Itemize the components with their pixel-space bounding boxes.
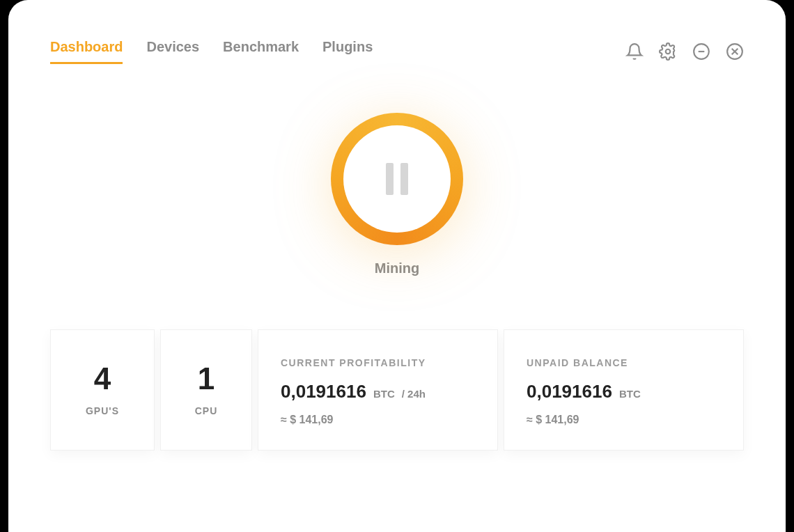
app-window: Dashboard Devices Benchmark Plugins [8, 0, 786, 532]
card-profitability: CURRENT PROFITABILITY 0,0191616 BTC / 24… [258, 329, 498, 451]
profitability-title: CURRENT PROFITABILITY [281, 357, 475, 368]
gear-icon[interactable] [659, 42, 677, 61]
stats-row: 4 GPU'S 1 CPU CURRENT PROFITABILITY 0,01… [50, 329, 744, 451]
cpu-value: 1 [198, 363, 215, 394]
bell-icon[interactable] [625, 42, 644, 61]
tab-benchmark[interactable]: Benchmark [223, 39, 299, 64]
mining-toggle[interactable] [331, 113, 463, 245]
balance-approx: ≈ $ 141,69 [527, 414, 721, 426]
tab-devices[interactable]: Devices [146, 39, 199, 64]
gpus-label: GPU'S [86, 405, 119, 416]
profitability-approx: ≈ $ 141,69 [281, 414, 475, 426]
profitability-per: / 24h [402, 388, 426, 400]
card-gpus: 4 GPU'S [50, 329, 155, 451]
mining-status-label: Mining [375, 260, 419, 276]
profitability-value: 0,0191616 [281, 381, 366, 402]
tab-plugins[interactable]: Plugins [322, 39, 373, 64]
card-balance: UNPAID BALANCE 0,0191616 BTC ≈ $ 141,69 [504, 329, 744, 451]
cpu-label: CPU [195, 405, 218, 416]
tab-dashboard[interactable]: Dashboard [50, 39, 123, 64]
close-icon[interactable] [726, 42, 744, 61]
balance-value: 0,0191616 [527, 381, 612, 402]
mining-area: Mining [50, 113, 744, 276]
card-cpu: 1 CPU [160, 329, 252, 451]
topbar-icons [625, 42, 744, 61]
topbar: Dashboard Devices Benchmark Plugins [50, 39, 744, 64]
pause-icon [386, 163, 408, 195]
nav-tabs: Dashboard Devices Benchmark Plugins [50, 39, 373, 64]
balance-unit: BTC [619, 388, 641, 400]
svg-point-0 [666, 49, 671, 54]
profitability-unit: BTC [373, 388, 395, 400]
balance-title: UNPAID BALANCE [527, 357, 721, 368]
gpus-value: 4 [94, 363, 111, 394]
minimize-icon[interactable] [692, 42, 710, 61]
